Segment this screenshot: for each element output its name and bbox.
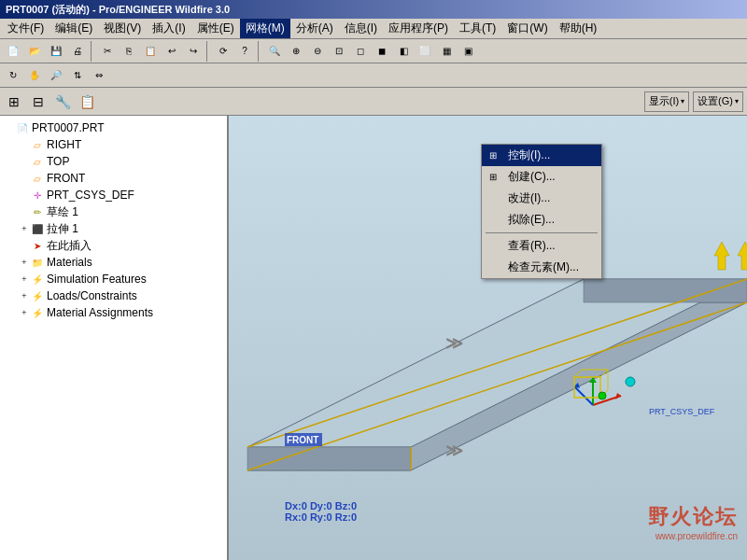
- view1-btn[interactable]: ◻: [350, 41, 371, 62]
- display-dropdown[interactable]: 显示(I) ▾: [644, 91, 689, 112]
- tree-icon-extrude: ⬛: [30, 221, 45, 236]
- model-tree: 📄PRT0007.PRT▱RIGHT▱TOP▱FRONT✛PRT_CSYS_DE…: [0, 116, 227, 560]
- copy-btn[interactable]: ⎘: [119, 41, 139, 62]
- extra-btn[interactable]: ⇔: [89, 65, 109, 86]
- menu-help[interactable]: 帮助(H): [554, 19, 603, 38]
- new-btn[interactable]: 📄: [3, 41, 23, 62]
- undo-btn[interactable]: ↩: [162, 41, 182, 62]
- menu-edit[interactable]: 编辑(E): [49, 19, 98, 38]
- open-btn[interactable]: 📂: [24, 41, 45, 62]
- menu-insert[interactable]: 插入(I): [147, 19, 190, 38]
- tree-label: Simulation Features: [47, 273, 147, 286]
- tree-label: 在此插入: [47, 238, 92, 254]
- tree-item-csys[interactable]: ✛PRT_CSYS_DEF: [0, 187, 227, 203]
- svg-text:≫: ≫: [445, 441, 463, 460]
- tree-icon-plane: ▱: [30, 137, 45, 152]
- view4-btn[interactable]: ⬜: [415, 41, 435, 62]
- tree2-btn[interactable]: ⊟: [28, 91, 49, 112]
- zoom-in-btn[interactable]: ⊕: [286, 41, 306, 62]
- menu-mesh[interactable]: 网格(M): [240, 19, 290, 38]
- coord-line1: Dx:0 Dy:0 Bz:0: [285, 500, 357, 511]
- zoom3d-btn[interactable]: 🔎: [46, 65, 66, 86]
- zoom-btn[interactable]: 🔍: [264, 41, 285, 62]
- tree-item-front[interactable]: ▱FRONT: [0, 170, 227, 187]
- tree-label: 草绘 1: [47, 204, 78, 220]
- spin-btn[interactable]: ↻: [3, 65, 23, 86]
- view2-btn[interactable]: ◼: [372, 41, 392, 62]
- tree-item-materials[interactable]: +📁Materials: [0, 254, 227, 271]
- tree3-btn[interactable]: 🔧: [52, 91, 73, 112]
- menu-analysis[interactable]: 分析(A): [290, 19, 339, 38]
- save-btn[interactable]: 💾: [46, 41, 66, 62]
- viewport-3d[interactable]: FRONT PRT_CSYS_DEF ≫ ≫ Dx:0 Dy:0 Bz:0 Rx…: [229, 116, 747, 560]
- ctx-item-create[interactable]: ⊞创建(C)...: [482, 166, 601, 188]
- tree-item-assignments[interactable]: +⚡Material Assignments: [0, 304, 227, 321]
- tree-item-top[interactable]: ▱TOP: [0, 153, 227, 170]
- print-btn[interactable]: 🖨: [67, 41, 88, 62]
- ctx-item-remove[interactable]: 拟除(E)...: [482, 209, 601, 231]
- tree-item-root[interactable]: 📄PRT0007.PRT: [0, 119, 227, 136]
- coordinate-display: Dx:0 Dy:0 Bz:0 Rx:0 Ry:0 Rz:0: [285, 500, 357, 523]
- ctx-item-improve[interactable]: 改进(I)...: [482, 188, 601, 209]
- tree4-btn[interactable]: 📋: [77, 91, 97, 112]
- ctx-item-control[interactable]: ⊞控制(I)...: [482, 145, 601, 166]
- tree-icon-simfeat: ⚡: [30, 272, 45, 287]
- menu-view[interactable]: 视图(V): [98, 19, 147, 38]
- ctx-item-inspect[interactable]: 检查元素(M)...: [482, 257, 601, 278]
- menu-file[interactable]: 文件(F): [2, 19, 49, 38]
- regen-btn[interactable]: ⟳: [213, 41, 233, 62]
- wireframe-btn[interactable]: ▣: [458, 41, 478, 62]
- tree-icon-plane: ▱: [30, 154, 45, 169]
- toolbar-3: ⊞ ⊟ 🔧 📋 显示(I) ▾ 设置(G) ▾: [0, 88, 747, 116]
- tree-label: RIGHT: [47, 138, 81, 151]
- view3-btn[interactable]: ◧: [393, 41, 414, 62]
- menu-bar: 文件(F)编辑(E)视图(V)插入(I)属性(E)网格(M)分析(A)信息(I)…: [0, 19, 747, 39]
- tree-icon-btn[interactable]: ⊞: [4, 91, 24, 112]
- paste-btn[interactable]: 📋: [140, 41, 161, 62]
- tree-item-loads[interactable]: +⚡Loads/Constraints: [0, 287, 227, 304]
- tree-item-insert[interactable]: ➤在此插入: [0, 237, 227, 254]
- toolbar-2: ↻ ✋ 🔎 ⇅ ⇔: [0, 63, 747, 88]
- title-bar: PRT0007 (活动的) - Pro/ENGINEER Wildfire 3.…: [0, 0, 747, 19]
- tree-item-sketch[interactable]: ✏草绘 1: [0, 203, 227, 220]
- tree-label: PRT0007.PRT: [32, 121, 105, 134]
- watermark-url: www.proewildfire.cn: [648, 531, 738, 541]
- tree-label: Loads/Constraints: [47, 289, 137, 302]
- tree-item-simfeatures[interactable]: +⚡Simulation Features: [0, 271, 227, 287]
- tree-icon-csys: ✛: [30, 188, 45, 203]
- svg-text:PRT_CSYS_DEF: PRT_CSYS_DEF: [649, 407, 715, 416]
- shading-btn[interactable]: ▦: [436, 41, 457, 62]
- sep3: [258, 41, 261, 62]
- tree-item-extrude[interactable]: +⬛拉伸 1: [0, 220, 227, 237]
- cut-btn[interactable]: ✂: [97, 41, 118, 62]
- tree-icon-sketch: ✏: [30, 204, 45, 219]
- menu-tools[interactable]: 工具(T): [454, 19, 501, 38]
- display-label: 显示(I): [649, 94, 679, 108]
- expand-icon: +: [19, 274, 30, 284]
- tree-label: TOP: [47, 155, 69, 168]
- svg-point-26: [626, 377, 635, 386]
- tree-label: Materials: [47, 256, 92, 269]
- menu-info[interactable]: 信息(I): [339, 19, 383, 38]
- tree-item-right[interactable]: ▱RIGHT: [0, 136, 227, 153]
- sep1: [91, 41, 94, 62]
- title-text: PRT0007 (活动的) - Pro/ENGINEER Wildfire 3.…: [6, 3, 230, 17]
- settings-label: 设置(G): [698, 94, 733, 108]
- model-tree-panel: 📄PRT0007.PRT▱RIGHT▱TOP▱FRONT✛PRT_CSYS_DE…: [0, 116, 229, 560]
- redo-btn[interactable]: ↪: [183, 41, 204, 62]
- menu-apps[interactable]: 应用程序(P): [383, 19, 454, 38]
- flip-btn[interactable]: ⇅: [67, 65, 88, 86]
- zoom-out-btn[interactable]: ⊖: [307, 41, 328, 62]
- tree-icon-arrow: ➤: [30, 238, 45, 253]
- watermark-logo: 野火论坛: [648, 503, 738, 531]
- tree-icon-plane: ▱: [30, 171, 45, 186]
- pan-btn[interactable]: ✋: [24, 65, 45, 86]
- menu-props[interactable]: 属性(E): [191, 19, 240, 38]
- ctx-item-view[interactable]: 查看(R)...: [482, 235, 601, 257]
- menu-window[interactable]: 窗口(W): [501, 19, 553, 38]
- expand-icon: +: [19, 308, 30, 317]
- ctx-separator: [486, 232, 598, 233]
- help-btn[interactable]: ?: [234, 41, 255, 62]
- settings-dropdown[interactable]: 设置(G) ▾: [693, 91, 743, 112]
- fit-btn[interactable]: ⊡: [329, 41, 349, 62]
